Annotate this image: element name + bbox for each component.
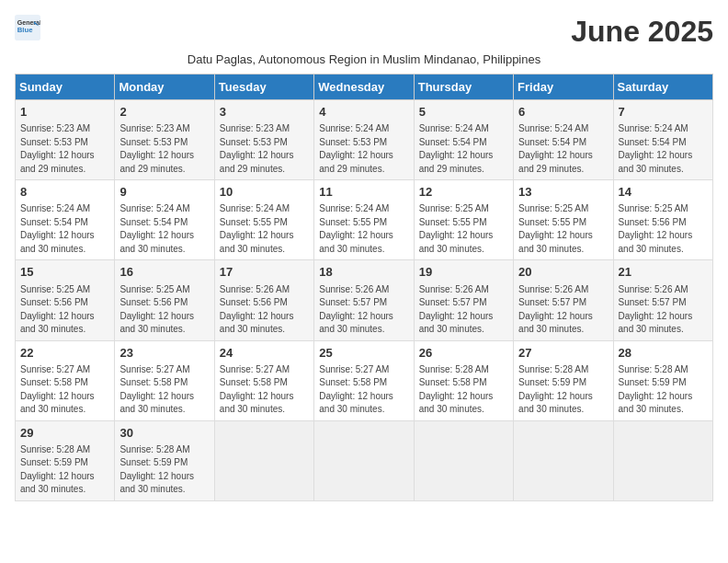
day-content: Sunrise: 5:27 AMSunset: 5:58 PMDaylight:… — [220, 363, 309, 417]
day-content: Sunrise: 5:28 AMSunset: 5:59 PMDaylight:… — [518, 363, 608, 417]
logo-icon: General Blue — [15, 15, 40, 40]
day-of-week-header: Thursday — [414, 75, 513, 100]
calendar-week-row: 8Sunrise: 5:24 AMSunset: 5:54 PMDaylight… — [16, 180, 713, 260]
day-number: 25 — [319, 345, 408, 362]
day-content: Sunrise: 5:27 AMSunset: 5:58 PMDaylight:… — [20, 363, 109, 417]
calendar-day-cell — [214, 420, 313, 500]
calendar-day-cell: 7Sunrise: 5:24 AMSunset: 5:54 PMDaylight… — [613, 100, 712, 180]
calendar-day-cell: 19Sunrise: 5:26 AMSunset: 5:57 PMDayligh… — [414, 260, 513, 340]
day-number: 14 — [619, 184, 708, 201]
svg-text:Blue: Blue — [17, 26, 33, 34]
day-content: Sunrise: 5:28 AMSunset: 5:59 PMDaylight:… — [619, 363, 708, 417]
day-number: 5 — [419, 104, 508, 121]
day-number: 19 — [419, 264, 508, 281]
calendar-week-row: 15Sunrise: 5:25 AMSunset: 5:56 PMDayligh… — [16, 260, 713, 340]
day-of-week-header: Saturday — [613, 75, 712, 100]
day-content: Sunrise: 5:24 AMSunset: 5:54 PMDaylight:… — [419, 122, 508, 176]
header: General Blue June 2025 — [15, 15, 713, 49]
calendar-day-cell: 9Sunrise: 5:24 AMSunset: 5:54 PMDaylight… — [115, 180, 214, 260]
day-number: 9 — [119, 184, 209, 201]
calendar-header-row: SundayMondayTuesdayWednesdayThursdayFrid… — [16, 75, 713, 100]
calendar-day-cell: 26Sunrise: 5:28 AMSunset: 5:58 PMDayligh… — [414, 340, 513, 420]
subtitle: Datu Paglas, Autonomous Region in Muslim… — [15, 52, 713, 66]
day-content: Sunrise: 5:23 AMSunset: 5:53 PMDaylight:… — [20, 122, 109, 176]
day-content: Sunrise: 5:24 AMSunset: 5:54 PMDaylight:… — [119, 202, 209, 256]
day-number: 18 — [319, 264, 408, 281]
day-number: 10 — [220, 184, 309, 201]
day-number: 24 — [220, 345, 309, 362]
day-number: 7 — [619, 104, 708, 121]
day-of-week-header: Tuesday — [214, 75, 313, 100]
day-content: Sunrise: 5:24 AMSunset: 5:55 PMDaylight:… — [319, 202, 408, 256]
day-number: 3 — [220, 104, 309, 121]
day-of-week-header: Sunday — [16, 75, 115, 100]
calendar-day-cell: 21Sunrise: 5:26 AMSunset: 5:57 PMDayligh… — [613, 260, 712, 340]
calendar-day-cell: 13Sunrise: 5:25 AMSunset: 5:55 PMDayligh… — [514, 180, 613, 260]
calendar-day-cell: 16Sunrise: 5:25 AMSunset: 5:56 PMDayligh… — [115, 260, 214, 340]
calendar-week-row: 29Sunrise: 5:28 AMSunset: 5:59 PMDayligh… — [16, 420, 713, 500]
day-number: 11 — [319, 184, 408, 201]
calendar-day-cell: 12Sunrise: 5:25 AMSunset: 5:55 PMDayligh… — [414, 180, 513, 260]
day-content: Sunrise: 5:24 AMSunset: 5:54 PMDaylight:… — [20, 202, 109, 256]
day-content: Sunrise: 5:25 AMSunset: 5:55 PMDaylight:… — [518, 202, 608, 256]
day-of-week-header: Friday — [514, 75, 613, 100]
day-number: 23 — [119, 345, 209, 362]
calendar-day-cell: 8Sunrise: 5:24 AMSunset: 5:54 PMDaylight… — [16, 180, 115, 260]
calendar-day-cell: 27Sunrise: 5:28 AMSunset: 5:59 PMDayligh… — [514, 340, 613, 420]
day-number: 6 — [518, 104, 608, 121]
day-number: 13 — [518, 184, 608, 201]
day-content: Sunrise: 5:26 AMSunset: 5:56 PMDaylight:… — [220, 283, 309, 337]
calendar-day-cell: 11Sunrise: 5:24 AMSunset: 5:55 PMDayligh… — [314, 180, 414, 260]
day-number: 1 — [20, 104, 109, 121]
day-content: Sunrise: 5:23 AMSunset: 5:53 PMDaylight:… — [220, 122, 309, 176]
calendar-day-cell — [613, 420, 712, 500]
day-content: Sunrise: 5:24 AMSunset: 5:54 PMDaylight:… — [518, 122, 608, 176]
day-of-week-header: Monday — [115, 75, 214, 100]
logo: General Blue — [15, 15, 40, 40]
day-number: 26 — [419, 345, 508, 362]
day-content: Sunrise: 5:25 AMSunset: 5:56 PMDaylight:… — [619, 202, 708, 256]
day-content: Sunrise: 5:28 AMSunset: 5:59 PMDaylight:… — [119, 443, 209, 497]
day-number: 15 — [20, 264, 109, 281]
day-number: 21 — [619, 264, 708, 281]
calendar-day-cell: 6Sunrise: 5:24 AMSunset: 5:54 PMDaylight… — [514, 100, 613, 180]
day-number: 30 — [119, 425, 209, 442]
calendar-week-row: 22Sunrise: 5:27 AMSunset: 5:58 PMDayligh… — [16, 340, 713, 420]
calendar-day-cell: 23Sunrise: 5:27 AMSunset: 5:58 PMDayligh… — [115, 340, 214, 420]
day-number: 17 — [220, 264, 309, 281]
calendar-week-row: 1Sunrise: 5:23 AMSunset: 5:53 PMDaylight… — [16, 100, 713, 180]
calendar-day-cell: 14Sunrise: 5:25 AMSunset: 5:56 PMDayligh… — [613, 180, 712, 260]
day-content: Sunrise: 5:24 AMSunset: 5:54 PMDaylight:… — [619, 122, 708, 176]
calendar-day-cell: 20Sunrise: 5:26 AMSunset: 5:57 PMDayligh… — [514, 260, 613, 340]
calendar-day-cell: 15Sunrise: 5:25 AMSunset: 5:56 PMDayligh… — [16, 260, 115, 340]
day-number: 2 — [119, 104, 209, 121]
day-number: 4 — [319, 104, 408, 121]
calendar-day-cell: 4Sunrise: 5:24 AMSunset: 5:53 PMDaylight… — [314, 100, 414, 180]
day-content: Sunrise: 5:24 AMSunset: 5:53 PMDaylight:… — [319, 122, 408, 176]
calendar-day-cell: 29Sunrise: 5:28 AMSunset: 5:59 PMDayligh… — [16, 420, 115, 500]
day-number: 16 — [119, 264, 209, 281]
calendar-day-cell: 5Sunrise: 5:24 AMSunset: 5:54 PMDaylight… — [414, 100, 513, 180]
day-number: 8 — [20, 184, 109, 201]
calendar-day-cell: 22Sunrise: 5:27 AMSunset: 5:58 PMDayligh… — [16, 340, 115, 420]
calendar-day-cell — [314, 420, 414, 500]
calendar-day-cell: 1Sunrise: 5:23 AMSunset: 5:53 PMDaylight… — [16, 100, 115, 180]
calendar-day-cell: 10Sunrise: 5:24 AMSunset: 5:55 PMDayligh… — [214, 180, 313, 260]
calendar-day-cell: 18Sunrise: 5:26 AMSunset: 5:57 PMDayligh… — [314, 260, 414, 340]
calendar-day-cell: 30Sunrise: 5:28 AMSunset: 5:59 PMDayligh… — [115, 420, 214, 500]
day-number: 27 — [518, 345, 608, 362]
day-content: Sunrise: 5:28 AMSunset: 5:59 PMDaylight:… — [20, 443, 109, 497]
day-number: 20 — [518, 264, 608, 281]
day-content: Sunrise: 5:25 AMSunset: 5:56 PMDaylight:… — [119, 283, 209, 337]
day-content: Sunrise: 5:26 AMSunset: 5:57 PMDaylight:… — [319, 283, 408, 337]
day-content: Sunrise: 5:23 AMSunset: 5:53 PMDaylight:… — [119, 122, 209, 176]
calendar-day-cell — [414, 420, 513, 500]
day-of-week-header: Wednesday — [314, 75, 414, 100]
calendar-day-cell: 24Sunrise: 5:27 AMSunset: 5:58 PMDayligh… — [214, 340, 313, 420]
calendar-day-cell: 2Sunrise: 5:23 AMSunset: 5:53 PMDaylight… — [115, 100, 214, 180]
day-content: Sunrise: 5:26 AMSunset: 5:57 PMDaylight:… — [619, 283, 708, 337]
calendar-day-cell — [514, 420, 613, 500]
day-content: Sunrise: 5:27 AMSunset: 5:58 PMDaylight:… — [319, 363, 408, 417]
calendar-table: SundayMondayTuesdayWednesdayThursdayFrid… — [15, 74, 713, 501]
day-number: 29 — [20, 425, 109, 442]
